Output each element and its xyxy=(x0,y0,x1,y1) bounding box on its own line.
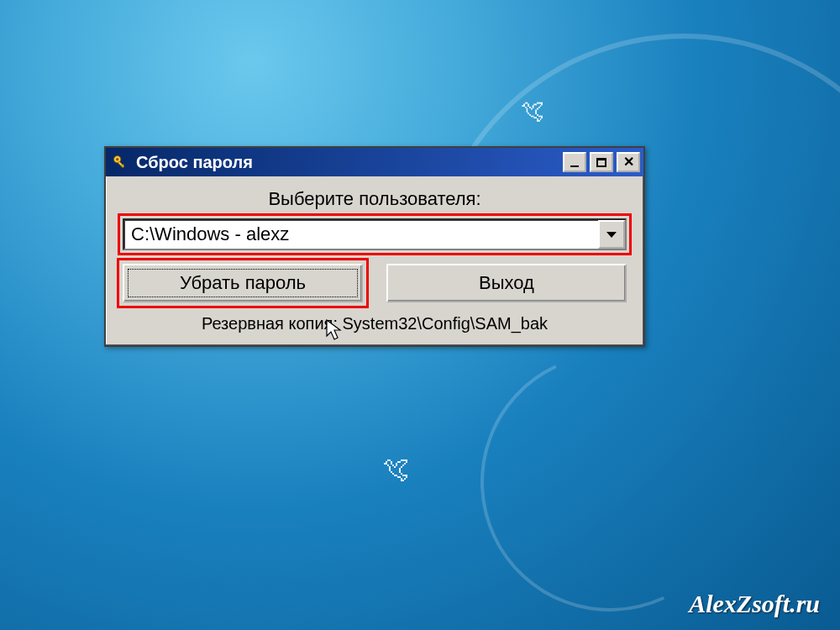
exit-label: Выход xyxy=(479,272,534,294)
user-select-value: C:\Windows - alexz xyxy=(124,220,598,249)
password-reset-dialog: Сброс пароля ✕ Выберите пользователя: C:… xyxy=(104,146,645,347)
minimize-icon xyxy=(570,165,579,167)
close-button[interactable]: ✕ xyxy=(617,152,640,172)
wallpaper-bird: 🕊 xyxy=(521,97,544,124)
watermark-text: AlexZsoft.ru xyxy=(689,590,820,618)
backup-path-label: Резервная копия: System32\Config\SAM_bak xyxy=(123,314,627,333)
wallpaper-bird: 🕊 xyxy=(382,454,409,485)
maximize-icon xyxy=(596,158,606,167)
user-combo-wrap: C:\Windows - alexz xyxy=(123,218,627,250)
titlebar[interactable]: Сброс пароля ✕ xyxy=(106,148,643,176)
user-select-combo[interactable]: C:\Windows - alexz xyxy=(123,218,627,250)
remove-password-label: Убрать пароль xyxy=(180,272,306,294)
key-icon xyxy=(111,153,129,171)
remove-password-button[interactable]: Убрать пароль xyxy=(123,264,363,302)
minimize-button[interactable] xyxy=(563,152,586,172)
button-row: Убрать пароль Выход xyxy=(123,264,627,302)
window-title: Сброс пароля xyxy=(136,153,563,172)
close-icon: ✕ xyxy=(623,155,634,169)
dialog-client-area: Выберите пользователя: C:\Windows - alex… xyxy=(106,176,643,345)
combo-dropdown-button[interactable] xyxy=(598,220,625,249)
window-controls: ✕ xyxy=(563,152,640,172)
svg-point-1 xyxy=(116,158,118,160)
chevron-down-icon xyxy=(606,232,617,238)
select-user-label: Выберите пользователя: xyxy=(123,188,627,210)
desktop-wallpaper: 🕊 🕊 Сброс пароля ✕ Выберите пользователя… xyxy=(0,0,840,630)
maximize-button[interactable] xyxy=(590,152,613,172)
exit-button[interactable]: Выход xyxy=(386,264,627,302)
